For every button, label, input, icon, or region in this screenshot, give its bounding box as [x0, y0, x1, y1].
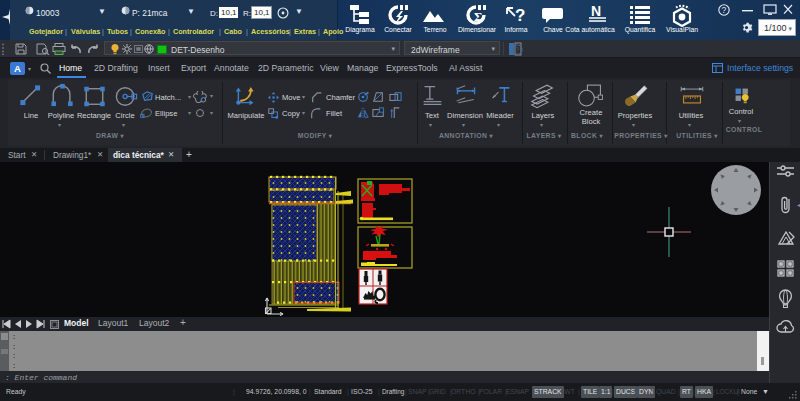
svg-text:N: N [591, 4, 601, 19]
svg-text:Σ: Σ [474, 9, 483, 24]
svg-text:?: ? [515, 6, 525, 25]
svg-text:?: ? [515, 46, 519, 53]
svg-text:?: ? [721, 5, 726, 15]
